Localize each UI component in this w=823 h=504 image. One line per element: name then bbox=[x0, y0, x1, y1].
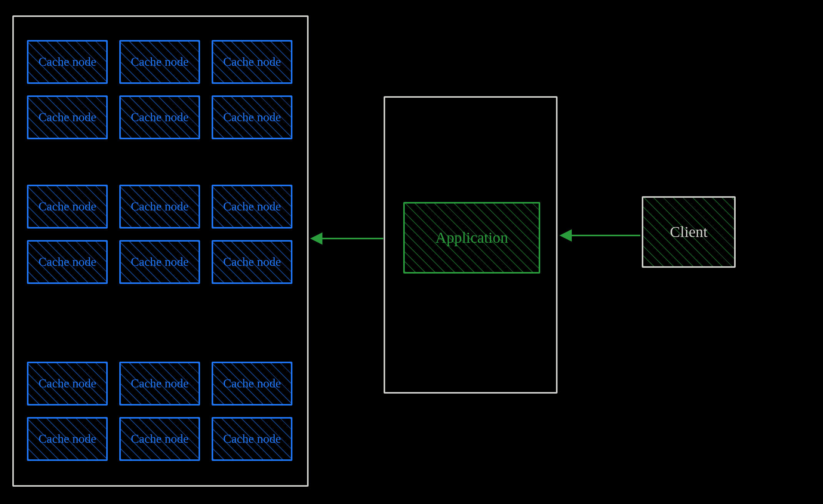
cache-node: Cache node bbox=[27, 417, 108, 461]
application-label: Application bbox=[436, 229, 508, 246]
cache-node: Cache node bbox=[119, 362, 200, 406]
cache-node: Cache node bbox=[119, 240, 200, 284]
cache-node: Cache node bbox=[212, 417, 292, 461]
cache-node: Cache node bbox=[27, 185, 108, 229]
cache-node: Cache node bbox=[119, 417, 200, 461]
application-box: Application bbox=[403, 202, 540, 274]
cache-node: Cache node bbox=[212, 362, 292, 406]
cache-node: Cache node bbox=[119, 95, 200, 139]
cache-node: Cache node bbox=[27, 40, 108, 84]
cache-node: Cache node bbox=[27, 362, 108, 406]
cache-node: Cache node bbox=[27, 240, 108, 284]
arrow-head-icon bbox=[310, 232, 322, 245]
cache-node: Cache node bbox=[212, 95, 292, 139]
cache-node: Cache node bbox=[212, 40, 292, 84]
cache-node: Cache node bbox=[119, 40, 200, 84]
cache-node: Cache node bbox=[212, 240, 292, 284]
client-box: Client bbox=[642, 196, 736, 268]
arrow-head-icon bbox=[559, 229, 572, 242]
cache-node: Cache node bbox=[119, 185, 200, 229]
client-label: Client bbox=[670, 224, 708, 240]
diagram-canvas: Cache node Cache node Cache node Cache n… bbox=[0, 0, 823, 504]
cache-node: Cache node bbox=[212, 185, 292, 229]
cache-node: Cache node bbox=[27, 95, 108, 139]
